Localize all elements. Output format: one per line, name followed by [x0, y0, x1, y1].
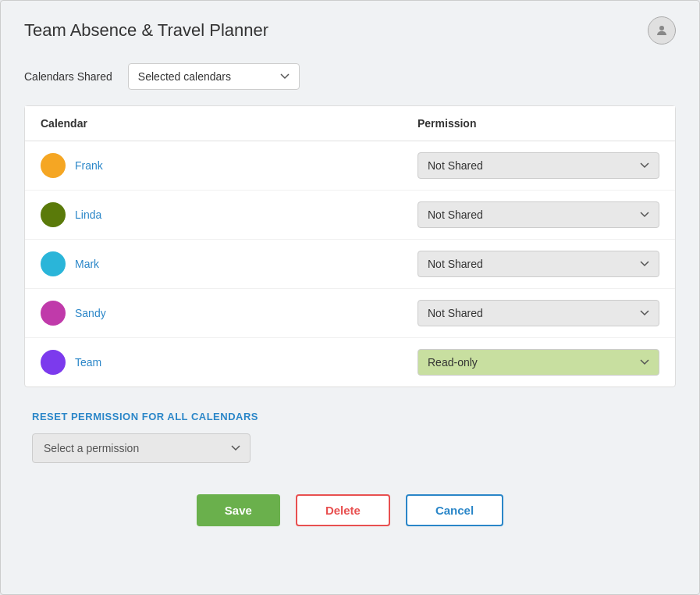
calendar-permission-table: Calendar Permission Frank Not Shared Rea… — [24, 105, 676, 387]
avatar-frank — [41, 153, 66, 178]
calendar-name-frank[interactable]: Frank — [75, 159, 103, 172]
calendar-info-frank: Frank — [41, 153, 418, 178]
calendar-info-mark: Mark — [41, 251, 418, 276]
permission-select-team[interactable]: Not Shared Read-only Read/Write Full Acc… — [418, 349, 659, 376]
main-dialog: Team Absence & Travel Planner Calendars … — [0, 0, 700, 595]
permission-cell-sandy: Not Shared Read-only Read/Write Full Acc… — [418, 300, 659, 326]
calendar-name-linda[interactable]: Linda — [75, 208, 101, 221]
reset-section: RESET PERMISSION FOR ALL CALENDARS Selec… — [24, 411, 676, 463]
col-header-calendar: Calendar — [41, 117, 418, 130]
reset-label: RESET PERMISSION FOR ALL CALENDARS — [32, 411, 676, 422]
permission-cell-mark: Not Shared Read-only Read/Write Full Acc… — [418, 251, 659, 277]
dialog-title: Team Absence & Travel Planner — [24, 20, 268, 41]
permission-select-mark[interactable]: Not Shared Read-only Read/Write Full Acc… — [418, 251, 659, 277]
table-header: Calendar Permission — [25, 106, 675, 141]
svg-point-0 — [659, 26, 664, 30]
calendar-info-sandy: Sandy — [41, 301, 418, 326]
calendar-info-linda: Linda — [41, 202, 418, 227]
table-row: Frank Not Shared Read-only Read/Write Fu… — [25, 141, 675, 191]
buttons-row: Save Delete Cancel — [24, 486, 676, 526]
avatar-mark — [41, 251, 66, 276]
dialog-header: Team Absence & Travel Planner — [24, 16, 676, 45]
delete-button[interactable]: Delete — [296, 494, 390, 526]
calendar-name-sandy[interactable]: Sandy — [75, 307, 106, 319]
reset-dropdown-wrap: Select a permission Not Shared Read-only… — [32, 433, 251, 463]
col-header-permission: Permission — [418, 117, 659, 130]
permission-select-sandy[interactable]: Not Shared Read-only Read/Write Full Acc… — [418, 300, 659, 326]
calendars-shared-label: Calendars Shared — [24, 70, 112, 83]
table-row: Linda Not Shared Read-only Read/Write Fu… — [25, 191, 675, 240]
calendar-name-mark[interactable]: Mark — [75, 258, 99, 270]
permission-cell-team: Not Shared Read-only Read/Write Full Acc… — [418, 349, 659, 376]
calendars-shared-dropdown[interactable]: Selected calendars All calendars No cale… — [128, 63, 300, 90]
permission-select-linda[interactable]: Not Shared Read-only Read/Write Full Acc… — [418, 201, 659, 228]
table-row: Team Not Shared Read-only Read/Write Ful… — [25, 338, 675, 387]
permission-cell-linda: Not Shared Read-only Read/Write Full Acc… — [418, 201, 659, 228]
avatar-linda — [41, 202, 66, 227]
permission-select-frank[interactable]: Not Shared Read-only Read/Write Full Acc… — [418, 152, 659, 179]
permission-cell-frank: Not Shared Read-only Read/Write Full Acc… — [418, 152, 659, 179]
table-row: Sandy Not Shared Read-only Read/Write Fu… — [25, 289, 675, 338]
table-row: Mark Not Shared Read-only Read/Write Ful… — [25, 240, 675, 289]
reset-permission-select[interactable]: Select a permission Not Shared Read-only… — [32, 433, 251, 463]
calendar-info-team: Team — [41, 350, 418, 375]
avatar-sandy — [41, 301, 66, 326]
calendars-shared-row: Calendars Shared Selected calendars All … — [24, 63, 676, 90]
user-icon[interactable] — [648, 16, 676, 45]
cancel-button[interactable]: Cancel — [406, 494, 503, 526]
calendar-name-team[interactable]: Team — [75, 356, 101, 369]
save-button[interactable]: Save — [197, 494, 280, 526]
avatar-team — [41, 350, 66, 375]
